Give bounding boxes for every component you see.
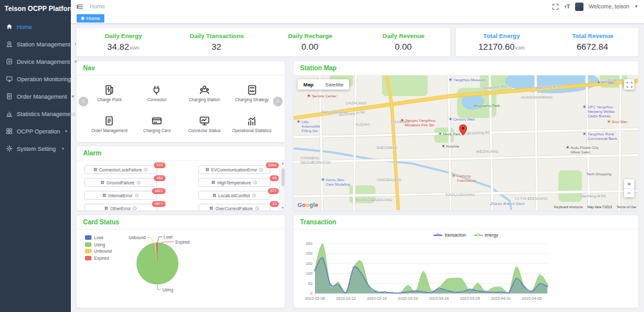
alarm-button-othererror[interactable]: OtherError [84, 204, 157, 210]
terms-link[interactable]: Terms of Use [616, 205, 636, 209]
scrollbar-thumb[interactable] [281, 168, 285, 186]
sidebar-item-label: Operation Monitoring [17, 76, 71, 83]
station-marker-icon[interactable] [459, 124, 467, 135]
google-logo[interactable]: Google [298, 202, 318, 208]
avatar[interactable] [575, 3, 583, 11]
map-label: Xiaocheng W Rd [580, 194, 605, 198]
alarm-button-connectorlockfailure[interactable]: ConnectorLockFailure [84, 165, 157, 174]
alarm-label: HighTemperature [217, 180, 251, 185]
alarm-button-hightemperature[interactable]: HighTemperature [198, 178, 271, 187]
middle-row: Nav Charge PointConnectorCharging Statio… [76, 61, 639, 211]
nav-shortcut-label: Operational Statistics [232, 128, 271, 133]
info-icon [253, 180, 258, 185]
alarm-label: ConnectorLockFailure [99, 168, 142, 172]
alarm-label: OverCurrentFailure [215, 206, 252, 211]
google-map[interactable]: Yangzhou MuseumMingyuehu ParkMingyuehu B… [294, 75, 638, 210]
nav-shortcut-operational-statistics[interactable]: Operational Statistics [228, 115, 276, 133]
alarm-item: LocalListConflict977 [198, 191, 271, 200]
charging-station-icon [199, 84, 210, 95]
map-label: KUQIAO [355, 122, 370, 126]
map-fullscreen-button[interactable] [624, 79, 634, 90]
order-icon [6, 93, 13, 100]
alarm-count-badge: 4677 [152, 201, 165, 207]
sidebar-item-order-management[interactable]: Order Management▼ [0, 88, 71, 105]
nav-shortcut-label: Charging Card [143, 128, 170, 133]
alarm-label: GroundFailure [106, 180, 134, 185]
card-status-panel: Card Status LoseUsingUnboundExpired Unbo… [76, 215, 285, 308]
nav-shortcut-charging-strategy[interactable]: Charging Strategy [228, 84, 276, 102]
zoom-out-button[interactable]: − [624, 188, 634, 197]
sidebar-item-system-setting[interactable]: System Setting▼ [0, 140, 71, 157]
carousel-prev-button[interactable]: ‹ [79, 97, 88, 106]
left-column: Nav Charge PointConnectorCharging Statio… [76, 61, 285, 211]
alarm-button-groundfailure[interactable]: GroundFailure [84, 178, 157, 187]
map-poi-pin-icon [297, 120, 300, 123]
stat-value: 0.00 [357, 42, 450, 52]
alarm-item: ConnectorLockFailure974 [84, 165, 157, 174]
info-icon [135, 193, 139, 198]
map-label: Yangzhou Museum [449, 78, 486, 83]
fullscreen-icon[interactable] [552, 3, 559, 10]
svg-text:250: 250 [306, 242, 313, 246]
map-poi-pin-icon [597, 81, 600, 84]
map-label: Meidi Park [439, 132, 460, 137]
nav-shortcut-label: Charging Strategy [235, 97, 269, 102]
nav-shortcut-connector[interactable]: Connector [133, 84, 181, 102]
legend-item-energy[interactable]: energy [474, 233, 498, 237]
nav-panel: Nav Charge PointConnectorCharging Statio… [76, 61, 285, 142]
nav-shortcut-connector-status[interactable]: Connector Status [181, 115, 229, 133]
tab-home[interactable]: Home [77, 14, 104, 23]
alarm-button-overcurrentfailure[interactable]: OverCurrentFailure [198, 204, 271, 210]
alarm-scrollbar[interactable]: ▲ ▼ [279, 161, 285, 210]
map-button[interactable]: Map [298, 79, 319, 90]
map-label: WANGZHUANG [321, 110, 348, 114]
map-label: Zhaixie Branch Ditch [490, 202, 524, 206]
caret-down-icon[interactable]: ▼ [634, 5, 638, 8]
nav-shortcut-charging-station[interactable]: Charging Station [181, 84, 229, 102]
sidebar-item-device-management[interactable]: Device Management▼ [0, 53, 71, 70]
sidebar-item-home[interactable]: Home [0, 18, 71, 35]
legend-item-unbound[interactable]: Unbound [85, 249, 112, 253]
sidebar-item-ocpp-operation[interactable]: OCPP Operation▼ [0, 122, 71, 140]
legend-swatch [85, 256, 91, 260]
content: Daily Energy34.82kWhDaily Transactions32… [71, 24, 644, 312]
alarm-button-evcommunicationerror[interactable]: EVCommunicationError [198, 165, 271, 174]
grid-icon [104, 206, 108, 210]
sidebar-item-operation-monitoring[interactable]: Operation Monitoring▼ [0, 70, 71, 88]
map-type-control: Map Satellite [298, 79, 349, 90]
nav-shortcut-charge-point[interactable]: Charge Point [86, 84, 133, 102]
sidebar-item-station-management[interactable]: Station Management▼ [0, 35, 71, 53]
font-size-icon[interactable]: TT [564, 3, 570, 10]
sidebar-item-label: Station Management [17, 41, 70, 48]
operational-statistics-icon [247, 115, 258, 126]
stat-label: Daily Recharge [263, 32, 357, 39]
svg-text:2023-03-28: 2023-03-28 [460, 297, 480, 300]
keyboard-shortcuts-link[interactable]: Keyboard shortcuts [554, 205, 583, 209]
nav-shortcut-charging-card[interactable]: Charging Card [133, 115, 181, 133]
nav-shortcut-label: Connector Status [188, 128, 220, 133]
user-menu[interactable]: Welcome, teison [589, 3, 629, 10]
nav-shortcut-label: Charge Point [97, 97, 122, 102]
svg-text:0: 0 [310, 291, 313, 295]
sidebar-item-statistics-management[interactable]: Statistics Management▼ [0, 105, 71, 122]
stats-icon [6, 110, 13, 117]
nav-shortcut-order-management[interactable]: Order Management [86, 115, 133, 133]
legend-item-expired[interactable]: Expired [85, 256, 112, 260]
hamburger-icon[interactable] [77, 3, 84, 10]
breadcrumb[interactable]: Home [90, 3, 105, 10]
map-poi-pin-icon [566, 146, 569, 149]
nav-shortcut-label: Order Management [91, 128, 128, 133]
carousel-next-button[interactable]: › [273, 97, 283, 106]
stat-total-energy: Total Energy12170.60kWh [456, 32, 547, 52]
legend-item-using[interactable]: Using [85, 242, 112, 247]
map-poi-pin-icon [583, 105, 586, 108]
zoom-in-button[interactable]: + [624, 179, 634, 188]
alarm-button-locallistconflict[interactable]: LocalListConflict [198, 191, 271, 200]
scroll-down-icon[interactable]: ▼ [280, 206, 285, 210]
legend-item-transaction[interactable]: transaction [433, 233, 466, 237]
scroll-up-icon[interactable]: ▲ [280, 161, 285, 165]
grid-icon [205, 168, 209, 171]
alarm-button-internalerror[interactable]: InternalError [84, 191, 157, 200]
legend-item-lose[interactable]: Lose [85, 235, 112, 240]
satellite-button[interactable]: Satellite [319, 79, 349, 90]
